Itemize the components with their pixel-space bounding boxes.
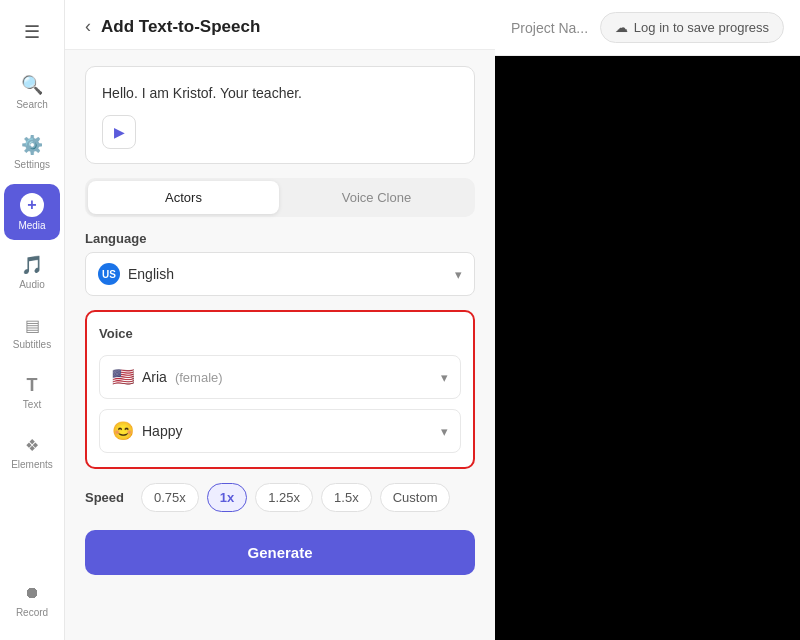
back-button[interactable]: ‹ — [85, 16, 91, 37]
sidebar-item-audio[interactable]: 🎵 Audio — [4, 244, 60, 300]
language-dropdown[interactable]: US English ▾ — [85, 252, 475, 296]
language-value: English — [128, 266, 174, 282]
hamburger-icon: ☰ — [24, 21, 40, 43]
login-button[interactable]: ☁ Log in to save progress — [600, 12, 784, 43]
login-label: Log in to save progress — [634, 20, 769, 35]
speed-1x[interactable]: 1x — [207, 483, 247, 512]
sidebar-label-search: Search — [16, 99, 48, 110]
elements-icon: ❖ — [21, 434, 43, 456]
sidebar-item-media[interactable]: + Media — [4, 184, 60, 240]
speed-1.25x[interactable]: 1.25x — [255, 483, 313, 512]
language-section: Language US English ▾ — [85, 231, 475, 296]
back-icon: ‹ — [85, 16, 91, 37]
sidebar-label-settings: Settings — [14, 159, 50, 170]
language-flag: US — [98, 263, 120, 285]
language-label: Language — [85, 231, 475, 246]
sidebar-label-record: Record — [16, 607, 48, 618]
sidebar-item-search[interactable]: 🔍 Search — [4, 64, 60, 120]
sidebar-item-text[interactable]: T Text — [4, 364, 60, 420]
flag-text: US — [102, 269, 116, 280]
media-icon: + — [20, 193, 44, 217]
emotion-chevron-icon: ▾ — [441, 424, 448, 439]
tab-actors[interactable]: Actors — [88, 181, 279, 214]
speed-custom[interactable]: Custom — [380, 483, 451, 512]
sidebar-item-record[interactable]: ⏺ Record — [4, 572, 60, 628]
sidebar: ☰ 🔍 Search ⚙️ Settings + Media 🎵 Audio ▤… — [0, 0, 65, 640]
voice-chevron-icon: ▾ — [441, 370, 448, 385]
sidebar-label-audio: Audio — [19, 279, 45, 290]
voice-name-dropdown[interactable]: 🇺🇸 Aria (female) ▾ — [99, 355, 461, 399]
voice-detail: (female) — [175, 370, 223, 385]
language-chevron-icon: ▾ — [455, 267, 462, 282]
panel-header: ‹ Add Text-to-Speech — [65, 0, 495, 50]
panel-content: Hello. I am Kristof. Your teacher. ▶ Act… — [65, 50, 495, 591]
cloud-icon: ☁ — [615, 20, 628, 35]
voice-emotion-dropdown[interactable]: 😊 Happy ▾ — [99, 409, 461, 453]
right-header: Project Na... ☁ Log in to save progress — [495, 0, 800, 56]
speed-label: Speed — [85, 490, 127, 505]
tab-voice-clone[interactable]: Voice Clone — [281, 181, 472, 214]
speed-1.5x[interactable]: 1.5x — [321, 483, 372, 512]
sidebar-label-elements: Elements — [11, 459, 53, 470]
speed-0.75x[interactable]: 0.75x — [141, 483, 199, 512]
speed-section: Speed 0.75x 1x 1.25x 1.5x Custom — [85, 483, 475, 512]
audio-icon: 🎵 — [21, 254, 43, 276]
voice-flag-icon: 🇺🇸 — [112, 366, 134, 388]
sidebar-label-text: Text — [23, 399, 41, 410]
voice-name: Aria — [142, 369, 167, 385]
hamburger-menu[interactable]: ☰ — [12, 12, 52, 52]
panel-title: Add Text-to-Speech — [101, 17, 260, 37]
sidebar-item-elements[interactable]: ❖ Elements — [4, 424, 60, 480]
voice-emotion-icon: 😊 — [112, 420, 134, 442]
tab-group: Actors Voice Clone — [85, 178, 475, 217]
voice-section-label: Voice — [99, 326, 461, 341]
middle-panel: ‹ Add Text-to-Speech Hello. I am Kristof… — [65, 0, 495, 640]
sidebar-label-media: Media — [18, 220, 45, 231]
text-icon: T — [21, 374, 43, 396]
subtitles-icon: ▤ — [21, 314, 43, 336]
sidebar-item-settings[interactable]: ⚙️ Settings — [4, 124, 60, 180]
project-name: Project Na... — [511, 20, 588, 36]
sidebar-label-subtitles: Subtitles — [13, 339, 51, 350]
sidebar-item-subtitles[interactable]: ▤ Subtitles — [4, 304, 60, 360]
play-button[interactable]: ▶ — [102, 115, 136, 149]
search-icon: 🔍 — [21, 74, 43, 96]
right-panel: Project Na... ☁ Log in to save progress — [495, 0, 800, 640]
preview-text: Hello. I am Kristof. Your teacher. — [102, 85, 458, 101]
generate-button[interactable]: Generate — [85, 530, 475, 575]
settings-icon: ⚙️ — [21, 134, 43, 156]
preview-canvas[interactable] — [495, 56, 800, 640]
voice-section: Voice 🇺🇸 Aria (female) ▾ 😊 Happy ▾ — [85, 310, 475, 469]
record-icon: ⏺ — [21, 582, 43, 604]
play-icon: ▶ — [114, 124, 125, 140]
voice-emotion: Happy — [142, 423, 182, 439]
text-preview-box: Hello. I am Kristof. Your teacher. ▶ — [85, 66, 475, 164]
